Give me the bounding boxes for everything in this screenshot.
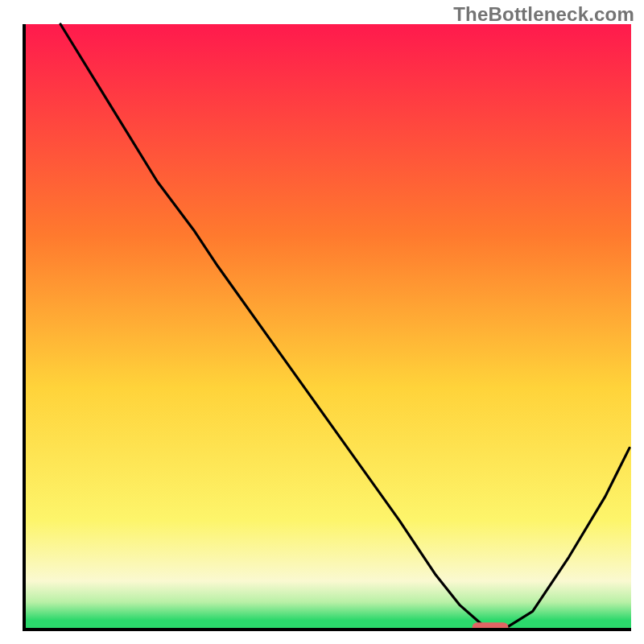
chart-container: TheBottleneck.com — [0, 0, 644, 644]
plot-area — [23, 23, 631, 631]
chart-svg — [23, 23, 631, 631]
